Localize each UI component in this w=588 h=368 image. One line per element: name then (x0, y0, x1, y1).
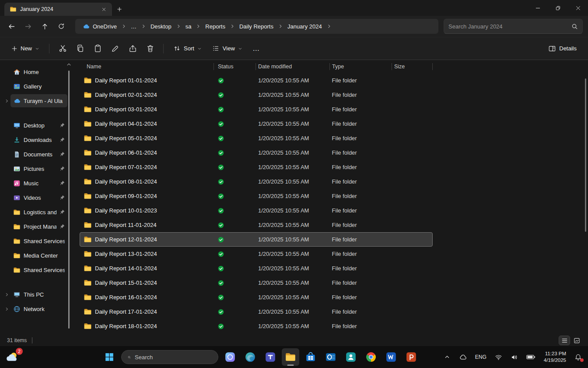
sidebar-item[interactable] (1, 108, 69, 118)
chevron-right-icon[interactable] (4, 307, 9, 311)
taskbar-app[interactable] (242, 348, 259, 366)
breadcrumb-item[interactable]: Daily Reports (236, 21, 277, 32)
file-row[interactable]: Daily Report 07-01-2024 1/20/2025 10:55 … (80, 160, 433, 174)
file-row[interactable]: Daily Report 11-01-2024 1/20/2025 10:55 … (80, 218, 433, 232)
breadcrumb-item[interactable]: Reports (202, 21, 229, 32)
notifications-button[interactable] (573, 352, 584, 363)
volume-button[interactable] (509, 352, 520, 363)
chevron-right-icon[interactable] (326, 24, 332, 29)
sidebar-item[interactable]: Shared Services (1, 234, 69, 248)
taskbar-app[interactable] (362, 348, 380, 366)
refresh-button[interactable] (53, 19, 69, 34)
file-row[interactable]: Daily Report 10-01-2023 1/20/2025 10:55 … (80, 203, 433, 218)
chevron-right-icon[interactable] (4, 292, 9, 297)
sidebar-item[interactable]: Network (1, 302, 69, 316)
clock[interactable]: 11:23 PM 4/19/2025 (542, 349, 568, 365)
delete-button[interactable] (142, 41, 158, 57)
sidebar-scrollbar[interactable] (68, 71, 70, 329)
sidebar-item[interactable]: This PC (1, 287, 69, 301)
file-row[interactable]: Daily Report 02-01-2024 1/20/2025 10:55 … (80, 88, 433, 102)
minimize-button[interactable] (528, 0, 548, 16)
new-button[interactable]: New (7, 42, 44, 55)
sidebar-item[interactable]: Downloads (1, 133, 69, 147)
more-options-button[interactable]: … (248, 41, 264, 57)
taskbar-search-input[interactable] (135, 354, 212, 361)
new-tab-button[interactable] (115, 4, 124, 14)
file-row[interactable]: Daily Report 16-01-2024 1/20/2025 10:55 … (80, 290, 433, 304)
sidebar-item[interactable]: Videos (1, 191, 69, 205)
column-header-type[interactable]: Type (329, 60, 392, 73)
column-header-status[interactable]: Status (214, 60, 256, 73)
scroll-up-arrow-icon[interactable] (66, 62, 72, 67)
taskbar-app[interactable] (322, 348, 340, 366)
sidebar-item[interactable]: Media Center (1, 248, 69, 262)
language-indicator[interactable]: ENG (473, 352, 488, 362)
taskbar-app[interactable] (221, 348, 239, 366)
search-box[interactable] (444, 19, 583, 34)
sidebar-item[interactable]: Gallery (1, 79, 69, 93)
sidebar-item[interactable]: Project Mana (1, 219, 69, 234)
onedrive-tray-button[interactable] (457, 351, 469, 363)
file-row[interactable]: Daily Report 18-01-2024 1/20/2025 10:55 … (80, 319, 433, 333)
close-button[interactable] (568, 0, 588, 16)
forward-button[interactable] (20, 19, 36, 34)
cut-button[interactable] (55, 41, 70, 57)
file-row[interactable]: Daily Report 15-01-2024 1/20/2025 10:55 … (80, 276, 433, 290)
sidebar-item[interactable]: Turaym - Al Ula (1, 94, 69, 108)
search-input[interactable] (448, 23, 568, 30)
sidebar-item[interactable]: Pictures (1, 162, 69, 176)
sidebar-item[interactable]: Desktop (1, 118, 69, 132)
widgets-button[interactable]: 2 (5, 349, 23, 365)
sidebar-item[interactable]: Logistics and (1, 205, 69, 219)
taskbar-app[interactable] (402, 348, 420, 366)
breadcrumb-item[interactable]: OneDrive (79, 21, 120, 32)
file-row[interactable]: Daily Report 09-01-2024 1/20/2025 10:55 … (80, 189, 433, 203)
chevron-right-icon[interactable] (278, 24, 283, 29)
file-row[interactable]: Daily Report 12-01-2024 1/20/2025 10:55 … (80, 232, 433, 247)
details-pane-button[interactable]: Details (544, 42, 581, 56)
file-row[interactable]: Daily Report 03-01-2024 1/20/2025 10:55 … (80, 102, 433, 117)
breadcrumb-item[interactable]: January 2024 (284, 21, 326, 32)
file-row[interactable]: Daily Report 04-01-2024 1/20/2025 10:55 … (80, 117, 433, 131)
details-view-button[interactable] (559, 336, 570, 345)
tab-close-button[interactable] (99, 4, 108, 14)
breadcrumb-item[interactable]: … (127, 21, 140, 32)
share-button[interactable] (125, 41, 140, 57)
chevron-right-icon[interactable] (121, 24, 126, 29)
taskbar-app[interactable] (382, 348, 400, 366)
taskbar-app[interactable] (342, 348, 360, 366)
taskbar-app[interactable] (282, 348, 299, 366)
battery-button[interactable] (525, 353, 537, 361)
chevron-right-icon[interactable] (176, 24, 181, 29)
tray-overflow-button[interactable] (442, 352, 452, 362)
copy-button[interactable] (72, 41, 88, 57)
view-button[interactable]: View (208, 42, 247, 55)
search-icon[interactable] (571, 23, 578, 30)
address-bar[interactable]: OneDrive … Desktop (75, 19, 438, 34)
sidebar-item[interactable]: Music (1, 176, 69, 190)
file-row[interactable]: Daily Report 13-01-2024 1/20/2025 10:55 … (80, 247, 433, 261)
taskbar-app[interactable] (302, 348, 319, 366)
file-list-scrollbar[interactable] (585, 78, 586, 232)
file-row[interactable]: Daily Report 05-01-2024 1/20/2025 10:55 … (80, 131, 433, 145)
wifi-button[interactable] (493, 352, 504, 363)
thumbnail-view-button[interactable] (571, 336, 582, 345)
column-header-date-modified[interactable]: Date modified (256, 60, 329, 73)
sidebar-item[interactable]: Home (1, 65, 69, 79)
rename-button[interactable] (107, 41, 123, 57)
breadcrumb-item[interactable]: Desktop (147, 21, 175, 32)
taskbar-search[interactable] (121, 350, 218, 364)
chevron-right-icon[interactable] (230, 24, 235, 29)
sidebar-item[interactable]: Shared Services (1, 263, 69, 277)
chevron-right-icon[interactable] (4, 99, 9, 103)
sort-button[interactable]: Sort (169, 42, 206, 55)
sidebar-item[interactable] (1, 277, 69, 287)
taskbar-app[interactable] (262, 348, 279, 366)
maximize-button[interactable] (548, 0, 568, 16)
file-row[interactable]: Daily Report 08-01-2024 1/20/2025 10:55 … (80, 174, 433, 189)
start-button[interactable] (101, 348, 118, 366)
file-row[interactable]: Daily Report 17-01-2024 1/20/2025 10:55 … (80, 304, 433, 319)
column-header-name[interactable]: Name (80, 60, 214, 73)
file-row[interactable]: Daily Report 06-01-2024 1/20/2025 10:55 … (80, 145, 433, 160)
back-button[interactable] (4, 19, 19, 34)
